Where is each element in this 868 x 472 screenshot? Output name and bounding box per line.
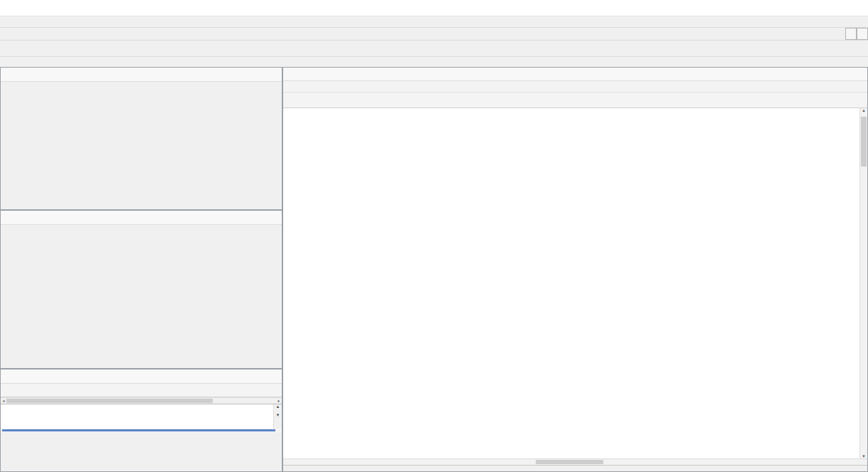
table-hscrollbar[interactable]: ◄ ► [1, 397, 282, 404]
scroll-right-icon[interactable]: ► [276, 398, 282, 404]
window-signals[interactable]: ▲▼ [282, 67, 868, 472]
app-titlebar[interactable] [0, 0, 868, 16]
scrollbar-thumb[interactable] [861, 117, 867, 167]
window-indicators-titlebar[interactable] [1, 211, 282, 225]
scroll-left-icon[interactable]: ◄ [1, 398, 6, 404]
canvas-hscrollbar[interactable] [283, 458, 867, 465]
instruments-panel[interactable] [1, 82, 282, 209]
package-log: ▲▼ [1, 404, 282, 429]
scrollbar-thumb[interactable] [536, 460, 603, 464]
indicators-panel[interactable] [1, 225, 282, 369]
window-indicators[interactable] [0, 210, 282, 369]
window-icon [4, 70, 13, 79]
app-logo-icon [4, 4, 14, 13]
tabs-scroll-right-icon[interactable] [857, 28, 868, 40]
window-package-titlebar[interactable] [1, 369, 282, 384]
application-window: ◄ ► ▲▼ ▲▼ [0, 0, 868, 72]
canvas-vscrollbar[interactable]: ▲▼ [859, 108, 867, 458]
window-icon [4, 372, 13, 381]
signals-toolbar [283, 93, 867, 108]
log-hscrollbar[interactable] [1, 429, 282, 432]
diagram-canvas[interactable] [283, 108, 860, 458]
main-menubar [0, 16, 868, 27]
window-instruments-titlebar[interactable] [1, 68, 282, 82]
window-icon [286, 70, 295, 79]
window-icon [4, 213, 13, 222]
scrollbar-thumb[interactable] [6, 399, 213, 403]
window-signals-titlebar[interactable] [283, 68, 867, 81]
window-instruments[interactable] [0, 67, 282, 210]
status-bar [283, 465, 867, 472]
signals-menubar [283, 81, 867, 93]
tabs-scroll-left-icon[interactable] [845, 28, 857, 40]
mdi-area: ◄ ► ▲▼ ▲▼ [0, 67, 868, 472]
log-vscrollbar[interactable]: ▲▼ [273, 404, 282, 429]
scrollbar-thumb[interactable] [2, 429, 275, 431]
palette-tabbar [0, 27, 868, 40]
window-package[interactable]: ◄ ► ▲▼ [0, 369, 282, 472]
package-toolbar [1, 384, 282, 397]
block-palette [0, 40, 868, 56]
